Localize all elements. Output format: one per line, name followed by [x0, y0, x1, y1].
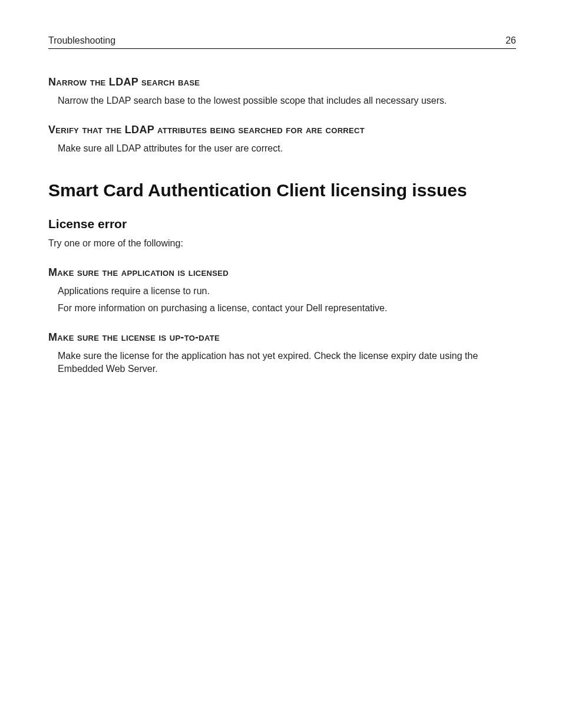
title-licensing-issues: Smart Card Authentication Client licensi…	[48, 180, 516, 200]
section-license-uptodate: Make sure the license is up-to-date Make…	[48, 331, 516, 375]
section-app-licensed: Make sure the application is licensed Ap…	[48, 266, 516, 315]
heading-ldap-narrow: Narrow the LDAP search base	[48, 76, 516, 88]
header-page-number: 26	[505, 35, 516, 46]
running-header: Troubleshooting 26	[48, 35, 516, 49]
header-section-title: Troubleshooting	[48, 35, 115, 46]
body-ldap-narrow: Narrow the LDAP search base to the lowes…	[58, 94, 516, 107]
body-ldap-verify: Make sure all LDAP attributes for the us…	[58, 142, 516, 155]
body-license-error-intro: Try one or more of the following:	[48, 237, 516, 250]
heading-ldap-verify: Verify that the LDAP attributes being se…	[48, 124, 516, 136]
body-app-licensed-1: Applications require a license to run.	[58, 285, 516, 298]
body-license-uptodate: Make sure the license for the applicatio…	[58, 350, 516, 375]
document-page: Troubleshooting 26 Narrow the LDAP searc…	[0, 0, 562, 728]
heading-license-uptodate: Make sure the license is up-to-date	[48, 331, 516, 344]
body-app-licensed-2: For more information on purchasing a lic…	[58, 302, 516, 315]
section-license-error: License error Try one or more of the fol…	[48, 217, 516, 250]
heading-app-licensed: Make sure the application is licensed	[48, 266, 516, 279]
heading-license-error: License error	[48, 217, 516, 231]
section-ldap-narrow: Narrow the LDAP search base Narrow the L…	[48, 76, 516, 107]
section-ldap-verify: Verify that the LDAP attributes being se…	[48, 124, 516, 155]
